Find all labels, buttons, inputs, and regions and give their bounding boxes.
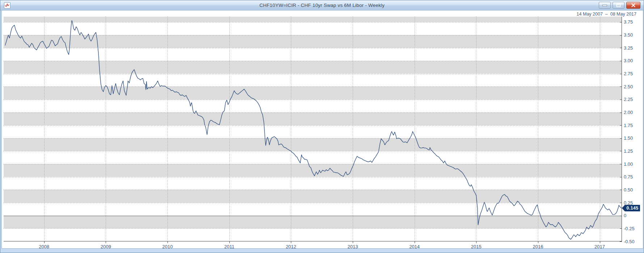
- close-icon: [631, 3, 636, 7]
- chart-band: [4, 100, 622, 113]
- close-button[interactable]: [626, 2, 640, 9]
- chart-band: [4, 177, 622, 190]
- x-axis-label: 2013: [345, 244, 361, 249]
- chart-band: [4, 125, 622, 138]
- window-controls: [599, 2, 640, 9]
- x-axis-label: 2016: [530, 244, 546, 249]
- last-price-tag: 0.145: [622, 205, 640, 211]
- chart-band: [4, 190, 622, 203]
- x-axis-label: 2010: [160, 244, 175, 249]
- x-axis-label: 2015: [468, 244, 484, 249]
- y-axis-label: 2.50: [624, 84, 640, 89]
- y-axis-label: 1.00: [624, 161, 640, 167]
- minimize-icon: [602, 4, 607, 7]
- chart-band: [4, 151, 622, 164]
- chart-band: [4, 61, 622, 74]
- restore-button[interactable]: [613, 2, 624, 9]
- window-titlebar[interactable]: CHF10YW=ICIR - CHF 10yr Swap vs 6M Libor…: [0, 0, 644, 10]
- chart-band: [4, 48, 622, 61]
- chart-band: [4, 164, 622, 177]
- chart-band: [4, 203, 622, 216]
- y-axis-label: 0: [624, 213, 640, 218]
- y-axis-label: 3.00: [624, 58, 640, 63]
- y-axis-label: -0.50: [624, 239, 640, 244]
- price-tag-arrow-icon: [622, 205, 625, 211]
- y-axis-label: 1.50: [624, 135, 640, 141]
- y-axis-label: 3.75: [624, 19, 640, 25]
- y-axis-label: 1.75: [624, 123, 640, 128]
- x-axis-label: 2017: [592, 244, 608, 249]
- x-axis-label: 2008: [36, 244, 52, 249]
- x-axis-label: 2011: [221, 244, 237, 249]
- chart-band: [4, 35, 622, 48]
- chart-band: [4, 216, 622, 229]
- window-title: CHF10YW=ICIR - CHF 10yr Swap vs 6M Libor…: [0, 3, 644, 8]
- application-window: CHF10YW=ICIR - CHF 10yr Swap vs 6M Libor…: [0, 0, 644, 253]
- minimize-button[interactable]: [599, 2, 611, 9]
- y-axis-label: -0.25: [624, 226, 640, 231]
- chart-band: [4, 113, 622, 126]
- x-axis-label: 2012: [283, 244, 299, 249]
- x-axis-label: 2009: [98, 244, 114, 249]
- date-range-label: 14 May 2007 – 08 May 2017: [577, 12, 636, 17]
- x-axis-label: 2014: [407, 244, 423, 249]
- y-axis-label: 3.25: [624, 45, 640, 51]
- y-axis-label: 1.25: [624, 148, 640, 154]
- chart-band: [4, 138, 622, 151]
- y-axis-label: 0.50: [624, 187, 640, 193]
- chart-band: [4, 74, 622, 87]
- y-axis-label: 2.25: [624, 97, 640, 102]
- chart-client-area: CHF10YW=ICIR Weekly – 10 YearsC:0.1450 O…: [1, 10, 643, 249]
- y-axis-label: 0.75: [624, 174, 640, 180]
- y-axis-label: 3.50: [624, 32, 640, 38]
- y-axis-label: 2.00: [624, 110, 640, 115]
- chart-band: [4, 228, 622, 241]
- y-axis-label: 2.75: [624, 71, 640, 76]
- chart-band: [4, 17, 622, 22]
- chart-band: [4, 22, 622, 35]
- price-tag-value: 0.145: [625, 205, 640, 211]
- chart-band: [4, 87, 622, 100]
- chart-plot-area[interactable]: [4, 17, 622, 244]
- restore-icon: [616, 3, 621, 8]
